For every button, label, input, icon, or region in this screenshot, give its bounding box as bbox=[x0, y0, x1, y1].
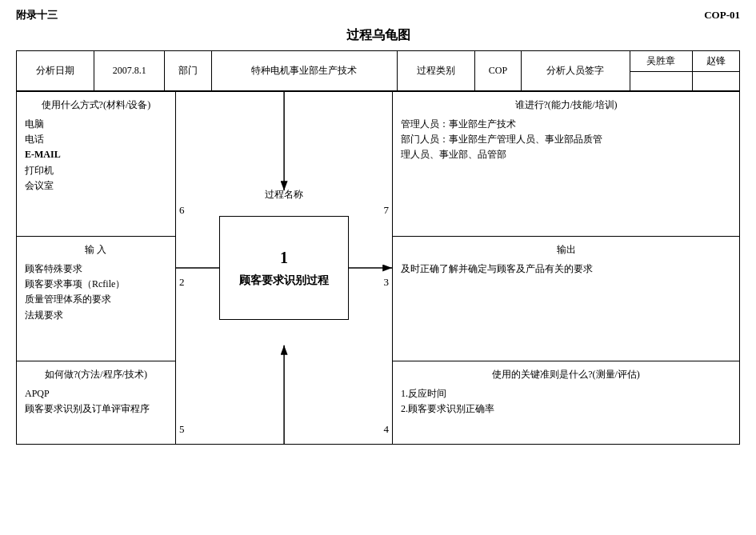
list-item: 1.反应时间 bbox=[401, 386, 731, 401]
left-bot-content: APQP 顾客要求识别及订单评审程序 bbox=[25, 386, 167, 417]
list-item-bold: E-MAIL bbox=[25, 147, 167, 162]
analyst-label: 分析人员签字 bbox=[521, 51, 630, 91]
info-table: 分析日期 2007.8.1 部门 特种电机事业部生产技术 过程类别 COP 分析… bbox=[16, 50, 740, 91]
list-item: 及时正确了解并确定与顾客及产品有关的要求 bbox=[401, 262, 731, 277]
right-mid-cell: 输出 及时正确了解并确定与顾客及产品有关的要求 bbox=[393, 237, 740, 361]
right-top-title: 谁进行?(能力/技能/培训) bbox=[401, 98, 731, 112]
list-item: 管理人员：事业部生产技术 bbox=[401, 117, 731, 132]
list-item: 部门人员：事业部生产管理人员、事业部品质管理人员、事业部、品管部 bbox=[401, 132, 731, 162]
left-mid-cell: 输 入 顾客特殊要求 顾客要求事项（Rcfile） 质量管理体系的要求 法规要求 bbox=[17, 237, 176, 361]
list-item: 法规要求 bbox=[25, 308, 167, 323]
process-number: 1 bbox=[280, 249, 288, 267]
list-item: 顾客要求识别及订单评审程序 bbox=[25, 401, 167, 417]
page-title: 过程乌龟图 bbox=[16, 27, 740, 44]
right-mid-title: 输出 bbox=[401, 243, 731, 257]
header: 附录十三 COP-01 bbox=[16, 8, 740, 22]
right-top-cell: 谁进行?(能力/技能/培训) 管理人员：事业部生产技术 部门人员：事业部生产管理… bbox=[393, 92, 740, 237]
list-item: 2.顾客要求识别正确率 bbox=[401, 401, 731, 417]
arrow-num-6: 6 bbox=[179, 204, 185, 217]
cop-label: COP-01 bbox=[704, 9, 740, 22]
date-value: 2007.8.1 bbox=[94, 51, 165, 91]
arrow-num-7: 7 bbox=[384, 204, 390, 217]
signer2-value bbox=[692, 72, 739, 91]
turtle-table: 使用什么方式?(材料/设备) 电脑 电话 E-MAIL 打印机 会议室 bbox=[16, 91, 740, 445]
list-item: 顾客要求事项（Rcfile） bbox=[25, 277, 167, 292]
center-cell: 6 2 5 7 3 4 1 顾客要求识别过程 过程名称 bbox=[175, 92, 392, 445]
left-top-title: 使用什么方式?(材料/设备) bbox=[25, 98, 167, 112]
list-item: 电话 bbox=[25, 132, 167, 147]
left-mid-title: 输 入 bbox=[25, 243, 167, 257]
list-item: 会议室 bbox=[25, 178, 167, 194]
dept-label: 部门 bbox=[165, 51, 212, 91]
appendix-label: 附录十三 bbox=[16, 8, 58, 22]
list-item: APQP bbox=[25, 386, 167, 401]
process-box: 1 顾客要求识别过程 bbox=[219, 216, 349, 320]
left-top-cell: 使用什么方式?(材料/设备) 电脑 电话 E-MAIL 打印机 会议室 bbox=[17, 92, 176, 237]
list-item: 顾客特殊要求 bbox=[25, 262, 167, 277]
left-top-content: 电脑 电话 E-MAIL 打印机 会议室 bbox=[25, 117, 167, 194]
date-label: 分析日期 bbox=[17, 51, 94, 91]
left-bot-title: 如何做?(方法/程序/技术) bbox=[25, 368, 167, 381]
left-bot-cell: 如何做?(方法/程序/技术) APQP 顾客要求识别及订单评审程序 bbox=[17, 361, 176, 444]
list-item: 质量管理体系的要求 bbox=[25, 292, 167, 307]
arrow-num-3: 3 bbox=[384, 276, 390, 289]
arrow-num-2: 2 bbox=[179, 276, 185, 289]
cop-field-label: COP bbox=[474, 51, 521, 91]
list-item: 打印机 bbox=[25, 163, 167, 178]
right-mid-content: 及时正确了解并确定与顾客及产品有关的要求 bbox=[401, 262, 731, 277]
signer1-value bbox=[630, 72, 692, 91]
signer2: 赵锋 bbox=[692, 51, 739, 72]
list-item: 电脑 bbox=[25, 117, 167, 132]
dept-value: 特种电机事业部生产技术 bbox=[212, 51, 397, 91]
process-type-header: 过程名称 bbox=[265, 188, 303, 202]
process-type-label: 过程类别 bbox=[397, 51, 474, 91]
arrow-num-4: 4 bbox=[384, 423, 390, 436]
right-bot-content: 1.反应时间 2.顾客要求识别正确率 bbox=[401, 386, 731, 417]
right-bot-title: 使用的关键准则是什么?(测量/评估) bbox=[401, 368, 731, 381]
process-name: 顾客要求识别过程 bbox=[239, 273, 329, 288]
right-top-content: 管理人员：事业部生产技术 部门人员：事业部生产管理人员、事业部品质管理人员、事业… bbox=[401, 117, 731, 163]
signer1: 吴胜章 bbox=[630, 51, 692, 72]
right-bot-cell: 使用的关键准则是什么?(测量/评估) 1.反应时间 2.顾客要求识别正确率 bbox=[393, 361, 740, 444]
left-mid-content: 顾客特殊要求 顾客要求事项（Rcfile） 质量管理体系的要求 法规要求 bbox=[25, 262, 167, 323]
arrow-num-5: 5 bbox=[179, 423, 185, 436]
